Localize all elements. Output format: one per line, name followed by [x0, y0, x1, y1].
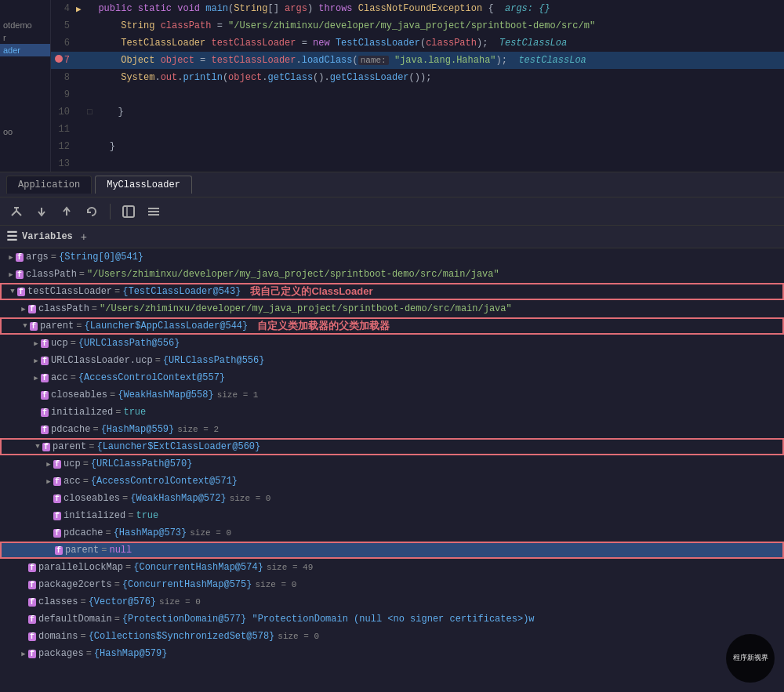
testclassloader-value: {TestClassLoader@543} [122, 286, 241, 297]
parent-pdcache-equals: = [93, 424, 98, 435]
var-parent-initialized[interactable]: f initialized = true [0, 404, 784, 421]
add-watch-button[interactable]: + [81, 230, 87, 243]
parent-acc-equals: = [71, 372, 76, 383]
parent-closeables-expand[interactable] [31, 391, 41, 399]
parent-ucp-equals: = [71, 338, 76, 349]
var-ext-acc[interactable]: ▶ f acc = {AccessControlContext@571} [0, 473, 784, 490]
urlclassloader-ucp-value: {URLClassPath@556} [163, 355, 265, 366]
sidebar-oo-label: oo [0, 56, 50, 138]
tcl-parent-expand[interactable]: ▼ [20, 322, 30, 330]
testclassloader-expand[interactable]: ▼ [8, 288, 17, 295]
variables-scroll-container[interactable]: ▶ f args = {String[0]@541} ▶ f classPath… [0, 248, 784, 692]
var-tcl-classpath[interactable]: ▶ f classPath = "/Users/zhiminxu/develop… [0, 300, 784, 317]
packages-expand[interactable]: ▶ [19, 650, 28, 658]
code-line-8: 8 System.out.println(object.getClass().g… [51, 69, 784, 86]
var-ext-ucp[interactable]: ▶ f ucp = {URLClassPath@570} [0, 455, 784, 473]
var-tcl-parent[interactable]: ▼ f parent = {Launcher$AppClassLoader@54… [0, 317, 784, 335]
tcl-parent-name: parent [40, 321, 74, 332]
line-arrow-4: ▶ [76, 4, 87, 14]
rerun-button[interactable] [82, 203, 102, 220]
ext-acc-equals: = [83, 476, 89, 487]
ext-acc-expand[interactable]: ▶ [44, 477, 53, 486]
var-classpath[interactable]: ▶ f classPath = "/Users/zhiminxu/develop… [0, 266, 784, 283]
var-parent-pdcache[interactable]: f pdcache = {HashMap@559} size = 2 [0, 421, 784, 438]
line-arrow-7 [76, 56, 87, 65]
ext-pdcache-value: {HashMap@573} [114, 527, 187, 538]
step-out-button[interactable] [56, 203, 77, 220]
parallellockmap-icon: f [28, 563, 36, 572]
line-num-9: 9 [54, 89, 76, 100]
ext-closeables-equals: = [122, 493, 128, 504]
annotation-myclassloader: 我自己定义的ClassLoader [250, 284, 372, 299]
restore-layout-button[interactable] [118, 203, 139, 220]
ext-ucp-expand[interactable]: ▶ [44, 460, 53, 469]
line-num-13: 13 [54, 158, 76, 169]
ext-closeables-icon: f [53, 495, 61, 503]
tab-application[interactable]: Application [6, 176, 92, 194]
ext-initialized-expand [44, 512, 53, 520]
code-line-11: 11 [51, 121, 784, 138]
line-num-7: 7 [54, 55, 76, 66]
step-into-button[interactable] [31, 203, 52, 220]
ext-initialized-name: initialized [64, 510, 125, 521]
code-line-13: 13 [51, 155, 784, 172]
ext-initialized-icon: f [53, 512, 61, 520]
package2certs-equals: = [114, 579, 120, 590]
var-parent-closeables[interactable]: f closeables = {WeakHashMap@558} size = … [0, 386, 784, 404]
domains-equals: = [80, 631, 85, 642]
line-arrow-8 [76, 73, 87, 82]
ext-acc-name: acc [64, 476, 81, 487]
var-classes[interactable]: f classes = {Vector@576} size = 0 [0, 593, 784, 610]
line-num-6: 6 [54, 38, 76, 49]
var-urlclassloader-ucp[interactable]: ▶ f URLClassLoader.ucp = {URLClassPath@5… [0, 352, 784, 369]
sidebar-r-label: r [0, 31, 50, 44]
testclassloader-icon: f [17, 288, 25, 296]
var-packages[interactable]: ▶ f packages = {HashMap@579} [0, 645, 784, 662]
parent-acc-value: {AccessControlContext@557} [78, 372, 225, 383]
code-line-10: 10 □ } [51, 103, 784, 121]
settings-button[interactable] [143, 203, 164, 220]
parent-ucp-expand[interactable]: ▶ [31, 339, 41, 348]
parent-initialized-icon: f [41, 408, 49, 417]
package2certs-icon: f [28, 581, 36, 589]
watermark: 程序新视界 [726, 634, 775, 683]
fold-icon-10[interactable]: □ [87, 107, 93, 117]
package2certs-size: size = 0 [255, 580, 296, 589]
var-parent-ucp[interactable]: ▶ f ucp = {URLClassPath@556} [0, 335, 784, 352]
parent-pdcache-value: {HashMap@559} [101, 424, 175, 435]
urlclassloader-ucp-expand[interactable]: ▶ [31, 357, 41, 365]
svg-rect-0 [123, 206, 134, 217]
parent-initialized-equals: = [115, 407, 121, 418]
parent-acc-expand[interactable]: ▶ [31, 374, 41, 382]
var-parallellockmap[interactable]: f parallelLockMap = {ConcurrentHashMap@5… [0, 559, 784, 576]
sidebar-ader-label: ader [0, 44, 50, 56]
var-testclassloader[interactable]: ▼ f testClassLoader = {TestClassLoader@5… [0, 283, 784, 300]
classpath-expand[interactable]: ▶ [6, 270, 16, 279]
var-ext-parent[interactable]: ▼ f parent = {Launcher$ExtClassLoader@56… [0, 438, 784, 455]
var-testclassloader-wrapper: ▼ f testClassLoader = {TestClassLoader@5… [0, 283, 784, 300]
ext-parent-equals: = [89, 441, 94, 452]
parallellockmap-expand [19, 563, 28, 571]
step-over-button[interactable] [6, 203, 27, 220]
tab-myclassloader[interactable]: MyClassLoader [95, 176, 192, 194]
var-ext-closeables[interactable]: f closeables = {WeakHashMap@572} size = … [0, 490, 784, 507]
breakpoint-indicator [55, 55, 63, 63]
var-parent-acc[interactable]: ▶ f acc = {AccessControlContext@557} [0, 369, 784, 386]
var-package2certs[interactable]: f package2certs = {ConcurrentHashMap@575… [0, 576, 784, 593]
var-domains[interactable]: f domains = {Collections$SynchronizedSet… [0, 628, 784, 645]
args-expand[interactable]: ▶ [6, 253, 16, 262]
var-tcl-parent-wrapper: ▼ f parent = {Launcher$AppClassLoader@54… [0, 317, 784, 335]
toolbar-sep-1 [110, 204, 111, 219]
var-ext-pdcache[interactable]: f pdcache = {HashMap@573} size = 0 [0, 524, 784, 542]
ext-initialized-value: true [136, 510, 158, 521]
classpath-name: classPath [26, 269, 77, 280]
tcl-classpath-expand[interactable]: ▶ [19, 305, 28, 313]
ext-ucp-icon: f [53, 460, 61, 469]
ext-parent-expand[interactable]: ▼ [33, 443, 42, 451]
var-defaultdomain[interactable]: f defaultDomain = {ProtectionDomain@577}… [0, 610, 784, 628]
tcl-classpath-equals: = [92, 303, 97, 314]
var-args[interactable]: ▶ f args = {String[0]@541} [0, 248, 784, 266]
var-ext-null-parent[interactable]: f parent = null [0, 542, 784, 559]
var-ext-initialized[interactable]: f initialized = true [0, 507, 784, 524]
ext-pdcache-expand [44, 529, 53, 537]
